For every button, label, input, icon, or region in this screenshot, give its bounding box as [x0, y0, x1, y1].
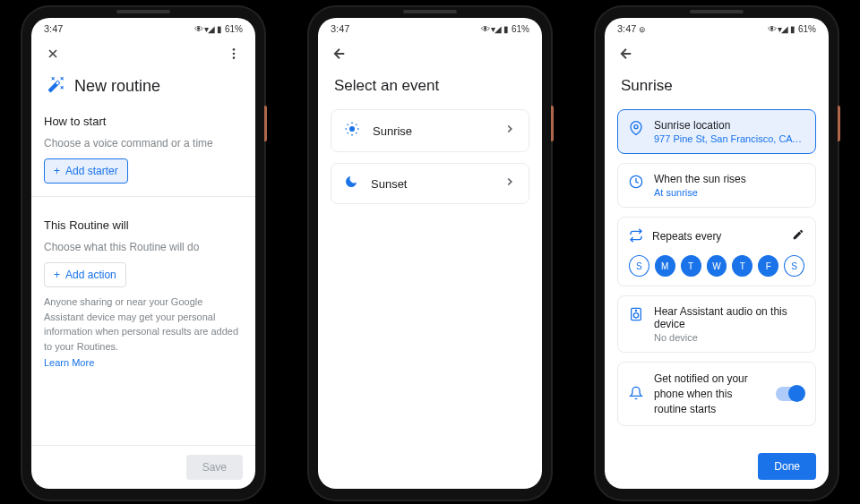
screen-2: 3:47 👁 ▾◢ ▮ 61% Select an event SunriseS… [318, 18, 542, 489]
screen-3: 3:47 ⊚ 👁 ▾◢ ▮ 61% Sunrise [605, 18, 829, 489]
day-toggle[interactable]: T [732, 255, 752, 277]
device-icon [629, 307, 643, 325]
battery-icon: ▮ [217, 24, 222, 34]
status-bar: 3:47 ⊚ 👁 ▾◢ ▮ 61% [605, 18, 829, 38]
save-button[interactable]: Save [186, 455, 243, 480]
hear-audio-card[interactable]: Hear Assistant audio on this device No d… [617, 295, 816, 353]
top-bar [605, 38, 829, 70]
chevron-right-icon [503, 123, 516, 139]
status-right: 👁 ▾◢ ▮ 61% [768, 24, 816, 34]
add-action-button[interactable]: + Add action [44, 262, 126, 287]
learn-more-link[interactable]: Learn More [44, 357, 243, 368]
plus-icon: + [54, 269, 60, 281]
day-toggle[interactable]: S [784, 255, 804, 277]
cast-icon: ⊚ [639, 25, 646, 34]
page-title: New routine [74, 77, 160, 96]
status-right: 👁 ▾◢ ▮ 61% [194, 24, 243, 34]
day-toggle[interactable]: T [681, 255, 701, 277]
content-3: Sunrise Sunrise location 977 Pine St, Sa… [605, 70, 829, 444]
moon-icon [344, 175, 358, 192]
repeat-icon [629, 228, 643, 246]
notify-toggle[interactable] [776, 387, 804, 401]
page-title: Select an event [331, 70, 529, 109]
privacy-info: Anyone sharing or near your Google Assis… [44, 287, 243, 357]
done-button[interactable]: Done [758, 453, 816, 480]
status-bar: 3:47 👁 ▾◢ ▮ 61% [318, 18, 542, 38]
content-1: New routine How to start Choose a voice … [31, 70, 255, 445]
battery-icon: ▮ [790, 24, 796, 34]
page-title: Sunrise [617, 70, 816, 109]
repeats-card: Repeats every SMTWTFS [617, 217, 816, 286]
routine-will-header: This Routine will [44, 209, 243, 237]
svg-point-4 [634, 125, 638, 129]
footer: Done [605, 444, 829, 489]
status-icons: 👁 ▾◢ [194, 24, 214, 34]
title-row: New routine [44, 70, 243, 106]
add-starter-label: Add starter [65, 165, 118, 177]
battery-pct: 61% [225, 24, 243, 34]
bell-icon [629, 386, 643, 404]
event-sunrise[interactable]: Sunrise [331, 109, 529, 152]
svg-point-2 [233, 56, 236, 59]
day-toggle[interactable]: M [655, 255, 675, 277]
clock-icon [629, 175, 643, 192]
battery-pct: 61% [798, 24, 816, 34]
location-value: 977 Pine St, San Francisco, CA 94108,… [654, 133, 804, 144]
battery-pct: 61% [512, 24, 529, 34]
location-icon [629, 121, 643, 139]
sun-icon [344, 121, 360, 141]
choose-what-sub: Choose what this Routine will do [44, 237, 243, 262]
location-card[interactable]: Sunrise location 977 Pine St, San Franci… [617, 109, 816, 154]
svg-point-0 [233, 48, 236, 51]
status-icons: 👁 ▾◢ [768, 24, 787, 34]
when-card[interactable]: When the sun rises At sunrise [617, 163, 816, 208]
when-value: At sunrise [654, 187, 804, 198]
svg-point-1 [233, 53, 236, 56]
screen-1: 3:47 👁 ▾◢ ▮ 61% New routine How to sta [31, 18, 255, 489]
notify-text: Get notified on your phone when this rou… [654, 372, 765, 416]
day-toggle[interactable]: S [629, 255, 649, 277]
how-to-start-header: How to start [44, 106, 243, 133]
phone-frame-2: 3:47 👁 ▾◢ ▮ 61% Select an event SunriseS… [309, 7, 551, 500]
add-starter-button[interactable]: + Add starter [44, 158, 128, 184]
repeats-label: Repeats every [652, 230, 783, 243]
status-bar: 3:47 👁 ▾◢ ▮ 61% [31, 18, 255, 38]
status-right: 👁 ▾◢ ▮ 61% [481, 24, 529, 34]
days-row: SMTWTFS [629, 255, 804, 277]
top-bar [318, 38, 542, 70]
day-toggle[interactable]: W [707, 255, 727, 277]
event-label: Sunrise [373, 124, 491, 138]
svg-point-3 [349, 126, 355, 132]
more-icon[interactable] [223, 43, 245, 64]
event-label: Sunset [371, 177, 491, 191]
footer: Save [31, 445, 255, 489]
status-time-row: 3:47 ⊚ [617, 23, 646, 34]
status-time: 3:47 [617, 23, 636, 34]
event-sunset[interactable]: Sunset [331, 163, 529, 204]
hear-audio-sub: No device [654, 332, 804, 343]
divider [31, 196, 255, 197]
magic-wand-icon [47, 75, 65, 97]
edit-icon[interactable] [792, 228, 804, 244]
status-icons: 👁 ▾◢ [481, 24, 501, 34]
phone-frame-3: 3:47 ⊚ 👁 ▾◢ ▮ 61% Sunrise [596, 7, 838, 500]
back-icon[interactable] [329, 43, 350, 64]
battery-icon: ▮ [503, 24, 509, 34]
close-icon[interactable] [42, 43, 64, 64]
when-title: When the sun rises [654, 173, 804, 185]
back-icon[interactable] [615, 43, 637, 64]
chevron-right-icon [503, 175, 516, 192]
svg-point-7 [633, 313, 638, 318]
content-2: Select an event SunriseSunset [318, 70, 542, 489]
day-toggle[interactable]: F [758, 255, 778, 277]
status-time: 3:47 [331, 23, 349, 34]
svg-point-8 [635, 310, 636, 311]
location-title: Sunrise location [654, 119, 804, 132]
plus-icon: + [54, 165, 60, 177]
status-time: 3:47 [44, 23, 63, 34]
phone-frame-1: 3:47 👁 ▾◢ ▮ 61% New routine How to sta [22, 7, 264, 500]
hear-audio-title: Hear Assistant audio on this device [654, 305, 804, 330]
choose-voice-sub: Choose a voice command or a time [44, 133, 243, 158]
top-bar [31, 38, 255, 70]
notify-card: Get notified on your phone when this rou… [617, 362, 816, 426]
